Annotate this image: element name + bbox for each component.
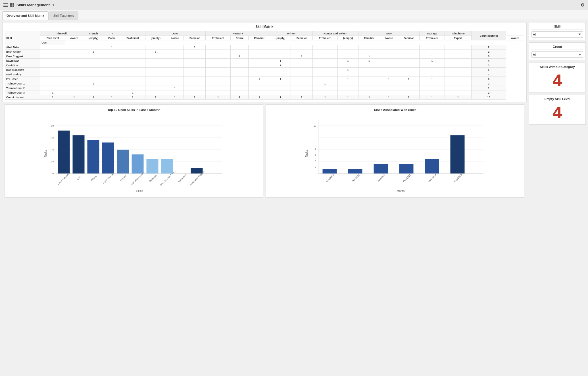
matrix-cell xyxy=(338,54,358,59)
matrix-cell xyxy=(83,45,104,49)
matrix-cell xyxy=(312,86,338,90)
matrix-cell xyxy=(445,45,472,49)
svg-text:Jan/2019: Jan/2019 xyxy=(377,173,386,183)
bar-jan2019 xyxy=(374,164,388,173)
matrix-cell xyxy=(104,77,120,81)
matrix-cell xyxy=(65,49,83,54)
matrix-cell xyxy=(104,72,120,77)
chevron-down-icon: ▼ xyxy=(52,3,55,7)
matrix-cell xyxy=(358,45,380,49)
table-row: Count distinct1111111111111111111110 xyxy=(5,95,524,100)
matrix-table: Skill Firewall French IT Java Network Pr… xyxy=(5,31,524,100)
svg-text:8: 8 xyxy=(315,147,316,150)
h-familiar1: Familiar xyxy=(184,36,205,40)
matrix-cell xyxy=(312,77,338,81)
matrix-cell: 1 xyxy=(270,95,291,100)
matrix-cell xyxy=(104,68,120,72)
matrix-cell xyxy=(231,59,249,63)
h-proficient2: Proficient xyxy=(205,36,231,40)
h-empty3: (empty) xyxy=(270,36,291,40)
tasks-chart-card: Tasks Associated With Skills Tasks 0 2 4… xyxy=(266,104,524,198)
matrix-cell xyxy=(338,86,358,90)
matrix-cell xyxy=(398,49,420,54)
matrix-cell xyxy=(249,59,270,63)
h-empty1: (empty) xyxy=(83,36,104,40)
matrix-cell xyxy=(445,59,472,63)
matrix-cell xyxy=(205,90,231,95)
matrix-cell xyxy=(104,63,120,68)
matrix-cell xyxy=(231,90,249,95)
matrix-cell xyxy=(40,49,65,54)
count-cell: 2 xyxy=(471,49,506,54)
matrix-cell xyxy=(40,86,65,90)
matrix-cell xyxy=(249,49,270,54)
skill-filter-select[interactable]: All xyxy=(531,31,583,38)
grid-icon[interactable] xyxy=(10,3,14,7)
h-familiar5: Familiar xyxy=(398,36,420,40)
svg-text:May/2019: May/2019 xyxy=(453,173,463,183)
matrix-cell: 1 xyxy=(291,95,312,100)
matrix-cell: 1 xyxy=(420,72,445,77)
h-empty4: (empty) xyxy=(338,36,358,40)
matrix-wrapper: Skill Firewall French IT Java Network Pr… xyxy=(5,31,524,100)
matrix-cell xyxy=(145,59,166,63)
matrix-cell xyxy=(249,90,270,95)
h-aware4: Aware xyxy=(380,36,398,40)
matrix-cell xyxy=(205,63,231,68)
skill-col-header: Skill xyxy=(5,31,40,45)
tab-taxonomy[interactable]: Skill Taxonomy xyxy=(49,11,78,20)
matrix-cell: 1 xyxy=(398,77,420,81)
user-cell: Bow Ruggeri xyxy=(5,54,40,59)
right-panel: Skill All Group All Skills Without Categ… xyxy=(529,22,586,200)
svg-text:10: 10 xyxy=(51,124,54,127)
matrix-cell: 1 xyxy=(358,95,380,100)
app-title: Skills Management xyxy=(16,3,50,7)
matrix-cell: 1 xyxy=(205,95,231,100)
matrix-cell: 1 xyxy=(249,95,270,100)
group-filter-select[interactable]: All xyxy=(531,51,583,58)
matrix-cell xyxy=(83,77,104,81)
matrix-cell xyxy=(358,77,380,81)
matrix-cell xyxy=(104,54,120,59)
matrix-cell: 1 xyxy=(358,59,380,63)
table-row: ITIL User1111116 xyxy=(5,77,524,81)
matrix-cell xyxy=(65,45,83,49)
menu-icon[interactable] xyxy=(3,3,8,7)
matrix-cell: 1 xyxy=(420,77,445,81)
svg-text:4: 4 xyxy=(315,159,316,162)
matrix-cell xyxy=(145,90,166,95)
matrix-cell xyxy=(65,54,83,59)
matrix-cell xyxy=(445,63,472,68)
matrix-cell: 1 xyxy=(338,77,358,81)
matrix-cell xyxy=(205,49,231,54)
matrix-cell: 1 xyxy=(120,90,145,95)
matrix-cell: 1 xyxy=(184,45,205,49)
matrix-cell xyxy=(205,59,231,63)
matrix-cell: 1 xyxy=(270,77,291,81)
h-familiar2: Familiar xyxy=(249,36,270,40)
tab-overview[interactable]: Overview and Skill Matrix xyxy=(2,11,49,20)
matrix-cell xyxy=(83,72,104,77)
group-telephony: Telephony xyxy=(445,31,472,36)
matrix-cell xyxy=(420,81,445,86)
svg-text:6: 6 xyxy=(315,153,316,156)
skill-matrix-title: Skill Matrix xyxy=(5,25,524,29)
matrix-cell xyxy=(270,45,291,49)
matrix-cell xyxy=(270,90,291,95)
matrix-cell xyxy=(398,59,420,63)
matrix-cell: 1 xyxy=(120,95,145,100)
matrix-cell xyxy=(40,63,65,68)
matrix-cell: 1 xyxy=(291,54,312,59)
bar-chart-title: Top 10 Used Skills in Last 6 Months xyxy=(8,108,260,111)
settings-icon[interactable]: ⚙ xyxy=(581,2,585,8)
matrix-cell xyxy=(291,59,312,63)
user-cell: Count distinct xyxy=(5,95,40,100)
matrix-cell xyxy=(380,63,398,68)
matrix-cell: 1 xyxy=(40,95,65,100)
matrix-cell xyxy=(145,86,166,90)
matrix-cell xyxy=(231,86,249,90)
matrix-cell xyxy=(166,90,184,95)
matrix-cell xyxy=(231,49,249,54)
user-cell: David Dan xyxy=(5,59,40,63)
matrix-cell: 1 xyxy=(184,95,205,100)
